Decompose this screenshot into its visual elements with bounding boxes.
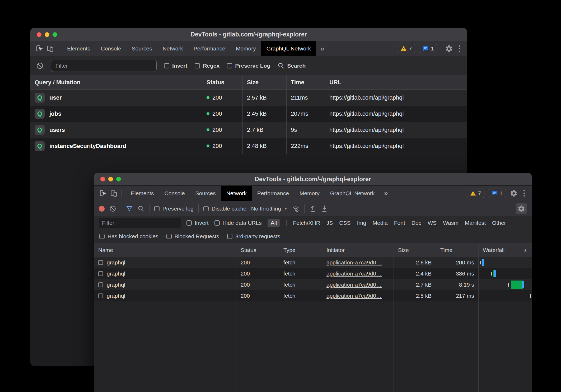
invert-checkbox[interactable]: Invert	[164, 63, 187, 69]
warnings-badge[interactable]: 7	[467, 189, 485, 198]
column-header-time[interactable]: Time	[436, 243, 478, 257]
column-header-size[interactable]: Size	[242, 75, 286, 89]
preserve-log-checkbox[interactable]: Preserve log	[154, 206, 194, 212]
inspect-element-icon[interactable]	[36, 45, 44, 53]
preserve-log-checkbox[interactable]: Preserve Log	[227, 63, 270, 69]
initiator-link[interactable]: application-a7ca9d0…	[326, 293, 382, 299]
warnings-badge[interactable]: 7	[397, 44, 415, 53]
type-filter-other[interactable]: Other	[492, 220, 506, 226]
more-options-icon[interactable]	[457, 45, 462, 52]
tab-console[interactable]: Console	[159, 186, 190, 201]
row-checkbox[interactable]	[98, 271, 103, 276]
close-button[interactable]	[100, 177, 105, 181]
filter-input[interactable]	[51, 60, 157, 72]
has-blocked-cookies-checkbox[interactable]: Has blocked cookies	[99, 233, 158, 240]
titlebar[interactable]: DevTools - gitlab.com/-/graphql-explorer	[94, 173, 532, 186]
tab-graphql-network[interactable]: GraphQL Network	[325, 186, 380, 201]
table-row[interactable]: graphql 200 fetch application-a7ca9d0… 2…	[94, 279, 532, 290]
network-conditions-icon[interactable]	[292, 205, 300, 212]
table-row[interactable]: graphql 200 fetch application-a7ca9d0… 2…	[94, 257, 532, 268]
column-header-status[interactable]: Status	[202, 75, 242, 89]
table-row[interactable]: graphql 200 fetch application-a7ca9d0… 2…	[94, 290, 532, 301]
titlebar[interactable]: DevTools - gitlab.com/-/graphql-explorer	[30, 28, 467, 41]
hide-data-urls-checkbox[interactable]: Hide data URLs	[214, 220, 262, 226]
column-header-initiator[interactable]: Initiator	[322, 243, 394, 257]
type-filter-doc[interactable]: Doc	[412, 220, 421, 226]
type-filter-ws[interactable]: WS	[428, 220, 437, 226]
tab-network[interactable]: Network	[157, 41, 188, 56]
network-settings-gear-icon[interactable]	[516, 203, 527, 214]
block-icon[interactable]	[36, 62, 44, 69]
device-toolbar-icon[interactable]	[46, 45, 54, 53]
initiator-link[interactable]: application-a7ca9d0…	[326, 282, 382, 288]
column-header-status[interactable]: Status	[236, 243, 279, 257]
type-filter-img[interactable]: Img	[357, 220, 366, 226]
table-row[interactable]: QinstanceSecurityDashboard 200 2.48 kB 2…	[30, 138, 467, 154]
table-row[interactable]: Qusers 200 2.7 kB 9s https://gitlab.com/…	[30, 122, 467, 138]
column-header-type[interactable]: Type	[279, 243, 322, 257]
tab-console[interactable]: Console	[96, 41, 127, 56]
type-filter-manifest[interactable]: Manifest	[465, 220, 486, 226]
column-header-url[interactable]: URL	[325, 75, 467, 89]
issues-badge[interactable]: 1	[419, 44, 437, 53]
type-filter-media[interactable]: Media	[373, 220, 388, 226]
column-header-size[interactable]: Size	[394, 243, 436, 257]
type-value: fetch	[279, 257, 322, 268]
table-row[interactable]: graphql 200 fetch application-a7ca9d0… 2…	[94, 268, 532, 279]
row-checkbox[interactable]	[98, 260, 103, 265]
more-tabs-icon[interactable]: »	[316, 41, 328, 56]
table-row[interactable]: Qjobs 200 2.45 kB 207ms https://gitlab.c…	[30, 106, 467, 122]
zoom-button[interactable]	[53, 32, 57, 37]
minimize-button[interactable]	[108, 177, 113, 181]
column-header-name[interactable]: Name	[94, 243, 236, 257]
tab-sources[interactable]: Sources	[190, 186, 221, 201]
tab-elements[interactable]: Elements	[125, 186, 159, 201]
more-tabs-icon[interactable]: »	[380, 186, 392, 201]
table-row[interactable]: Quser 200 2.57 kB 211ms https://gitlab.c…	[30, 90, 467, 106]
tab-graphql-network[interactable]: GraphQL Network	[261, 41, 316, 56]
minimize-button[interactable]	[45, 32, 49, 37]
tab-network[interactable]: Network	[221, 186, 252, 201]
initiator-link[interactable]: application-a7ca9d0…	[326, 259, 382, 266]
export-har-icon[interactable]	[321, 205, 328, 212]
device-toolbar-icon[interactable]	[110, 189, 118, 197]
type-filter-js[interactable]: JS	[326, 220, 333, 226]
tab-memory[interactable]: Memory	[231, 41, 261, 56]
settings-gear-icon[interactable]	[445, 45, 453, 53]
initiator-link[interactable]: application-a7ca9d0…	[326, 270, 382, 277]
row-checkbox[interactable]	[98, 282, 103, 287]
column-header-query-mutation[interactable]: Query / Mutation	[30, 75, 202, 89]
issues-badge[interactable]: 1	[488, 189, 506, 198]
regex-checkbox[interactable]: Regex	[195, 63, 219, 69]
disable-cache-checkbox[interactable]: Disable cache	[203, 206, 246, 212]
tab-performance[interactable]: Performance	[252, 186, 294, 201]
tab-sources[interactable]: Sources	[127, 41, 157, 56]
column-header-time[interactable]: Time	[286, 75, 325, 89]
column-header-waterfall[interactable]: Waterfall ▲	[478, 243, 532, 257]
type-filter-all[interactable]: All	[268, 219, 280, 227]
throttling-dropdown[interactable]: No throttling ▾	[251, 206, 287, 212]
tab-performance[interactable]: Performance	[188, 41, 231, 56]
record-icon[interactable]	[99, 206, 105, 212]
search-icon[interactable]	[138, 205, 144, 212]
type-filter-fetch-xhr[interactable]: Fetch/XHR	[293, 220, 320, 226]
tab-elements[interactable]: Elements	[62, 41, 96, 56]
type-filter-wasm[interactable]: Wasm	[443, 220, 459, 226]
type-filter-css[interactable]: CSS	[339, 220, 350, 226]
settings-gear-icon[interactable]	[510, 189, 518, 197]
type-filter-font[interactable]: Font	[394, 220, 405, 226]
filter-input[interactable]	[99, 218, 181, 228]
invert-checkbox[interactable]: Invert	[186, 220, 209, 226]
import-har-icon[interactable]	[309, 205, 316, 212]
clear-icon[interactable]	[109, 205, 116, 212]
row-checkbox[interactable]	[98, 293, 103, 298]
filter-funnel-icon[interactable]	[126, 205, 133, 212]
zoom-button[interactable]	[116, 177, 121, 181]
tab-memory[interactable]: Memory	[294, 186, 325, 201]
inspect-element-icon[interactable]	[99, 189, 107, 197]
close-button[interactable]	[37, 32, 41, 37]
blocked-requests-checkbox[interactable]: Blocked Requests	[166, 233, 219, 240]
search-button[interactable]: Search	[278, 62, 306, 69]
third-party-requests-checkbox[interactable]: 3rd-party requests	[227, 233, 280, 240]
more-options-icon[interactable]	[521, 190, 527, 197]
